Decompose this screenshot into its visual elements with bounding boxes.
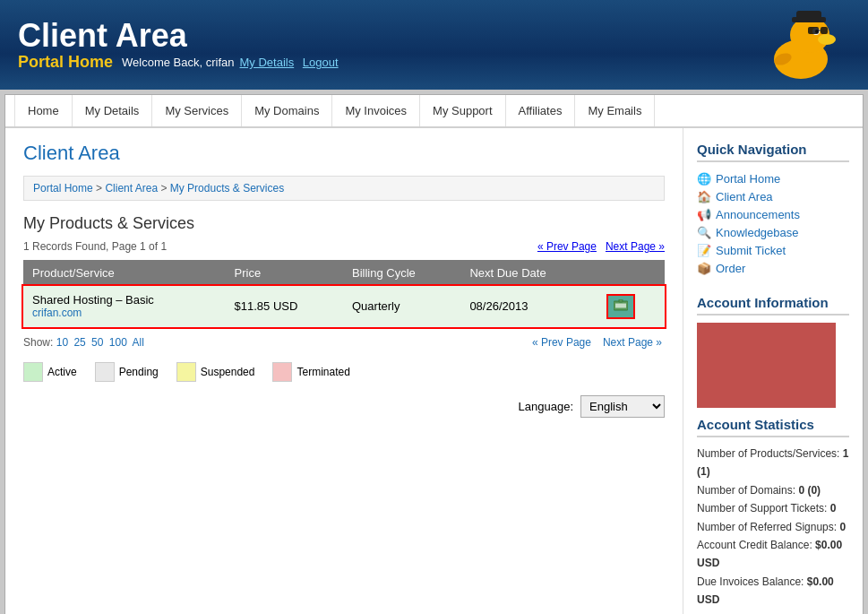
nav-my-services[interactable]: My Services [152, 95, 242, 126]
order-icon: 📦 [697, 261, 711, 275]
breadcrumb-portal-home[interactable]: Portal Home [33, 182, 93, 195]
records-info: 1 Records Found, Page 1 of 1 [23, 240, 167, 253]
logout-link[interactable]: Logout [303, 56, 339, 69]
nav-my-domains[interactable]: My Domains [242, 95, 332, 126]
language-select[interactable]: English French German Spanish [580, 395, 665, 418]
account-image [697, 323, 836, 408]
portal-home-icon: 🌐 [697, 171, 711, 186]
show-25[interactable]: 25 [73, 336, 85, 349]
show-10[interactable]: 10 [56, 336, 68, 349]
stat-invoices-value: $0.00 USD [697, 575, 834, 606]
nav-home[interactable]: Home [14, 95, 73, 126]
next-page-top[interactable]: Next Page » [606, 240, 665, 253]
sidebar-portal-home[interactable]: 🌐 Portal Home [697, 169, 849, 187]
prev-page-top[interactable]: « Prev Page [537, 240, 597, 253]
client-area-icon: 🏠 [697, 189, 711, 203]
manage-service-button[interactable] [606, 294, 635, 319]
stat-tickets: Number of Support Tickets: 0 [697, 499, 849, 517]
cell-due-date: 08/26/2013 [460, 286, 597, 327]
nav-my-invoices[interactable]: My Invoices [332, 95, 420, 126]
stat-referrals: Number of Referred Signups: 0 [697, 518, 849, 536]
header-left: Client Area Portal Home Welcome Back, cr… [18, 18, 339, 73]
col-next-due-date: Next Due Date [460, 260, 597, 286]
nav-affiliates[interactable]: Affiliates [506, 95, 576, 126]
stat-credit: Account Credit Balance: $0.00 USD [697, 536, 849, 573]
table-row: Shared Hosting – Basic crifan.com $11.85… [23, 286, 665, 327]
stat-invoices: Due Invoices Balance: $0.00 USD [697, 573, 849, 610]
stat-credit-value: $0.00 USD [697, 539, 842, 569]
sidebar-client-area-label: Client Area [716, 190, 773, 203]
nav-my-support[interactable]: My Support [420, 95, 505, 126]
header: Client Area Portal Home Welcome Back, cr… [0, 0, 868, 90]
stat-products: Number of Products/Services: 1 (1) [697, 445, 849, 481]
show-50[interactable]: 50 [91, 336, 103, 349]
legend-active-label: Active [47, 366, 77, 378]
show-bar: Show: 10 25 50 100 All « Prev Page Next … [23, 336, 665, 349]
sidebar: Quick Navigation 🌐 Portal Home 🏠 Client … [683, 128, 863, 614]
breadcrumb: Portal Home > Client Area > My Products … [23, 176, 665, 201]
sidebar-submit-ticket-label: Submit Ticket [716, 244, 786, 257]
stat-tickets-value: 0 [830, 502, 837, 515]
site-title: Client Area [18, 18, 339, 54]
services-table: Product/Service Price Billing Cycle Next… [23, 260, 665, 327]
sidebar-quick-nav: 🌐 Portal Home 🏠 Client Area 📢 Announceme… [697, 169, 849, 277]
cell-billing-cycle: Quarterly [343, 286, 460, 327]
quick-nav-title: Quick Navigation [697, 142, 849, 162]
table-header-row: Product/Service Price Billing Cycle Next… [23, 260, 665, 286]
announcements-icon: 📢 [697, 207, 711, 221]
svg-rect-8 [808, 27, 819, 34]
legend-terminated-label: Terminated [296, 366, 349, 378]
section-title: My Products & Services [23, 214, 665, 233]
service-domain-link[interactable]: crifan.com [32, 307, 217, 319]
nav-my-emails[interactable]: My Emails [575, 95, 655, 126]
legend-terminated: Terminated [272, 362, 349, 382]
show-label: Show: [23, 336, 53, 349]
svg-rect-9 [821, 27, 828, 34]
legend-suspended-box [176, 362, 196, 382]
breadcrumb-sep2: > [160, 182, 169, 195]
legend-suspended: Suspended [176, 362, 255, 382]
col-product-service: Product/Service [23, 260, 226, 286]
sidebar-knowledgebase[interactable]: 🔍 Knowledgebase [697, 223, 849, 241]
mascot-icon [761, 10, 841, 80]
my-details-link[interactable]: My Details [240, 56, 295, 69]
sidebar-order[interactable]: 📦 Order [697, 259, 849, 277]
breadcrumb-client-area[interactable]: Client Area [105, 182, 158, 195]
nav-my-details[interactable]: My Details [73, 95, 153, 126]
submit-ticket-icon: 📝 [697, 243, 711, 257]
sidebar-client-area[interactable]: 🏠 Client Area [697, 187, 849, 205]
sidebar-announcements[interactable]: 📢 Announcements [697, 205, 849, 223]
records-bar: 1 Records Found, Page 1 of 1 « Prev Page… [23, 240, 665, 253]
show-100[interactable]: 100 [109, 336, 127, 349]
legend-pending-label: Pending [119, 366, 159, 378]
svg-rect-3 [796, 11, 821, 22]
svg-rect-12 [615, 303, 626, 308]
prev-page-bottom[interactable]: « Prev Page [532, 336, 591, 349]
service-name: Shared Hosting – Basic [32, 293, 154, 307]
language-bar: Language: English French German Spanish [23, 395, 665, 418]
content-wrapper: Client Area Portal Home > Client Area > … [5, 128, 863, 614]
breadcrumb-my-products[interactable]: My Products & Services [170, 182, 284, 195]
show-all[interactable]: All [133, 336, 144, 349]
svg-point-4 [818, 34, 836, 45]
header-links: My Details Logout [235, 56, 339, 69]
sidebar-announcements-label: Announcements [716, 208, 800, 221]
col-action [597, 260, 665, 286]
legend-active-box [23, 362, 43, 382]
sidebar-submit-ticket[interactable]: 📝 Submit Ticket [697, 241, 849, 259]
cell-price: $11.85 USD [226, 286, 343, 327]
breadcrumb-sep1: > [96, 182, 105, 195]
main-content: Client Area Portal Home > Client Area > … [5, 128, 683, 614]
navbar: Home My Details My Services My Domains M… [5, 95, 863, 128]
cell-product-name: Shared Hosting – Basic crifan.com [23, 286, 226, 327]
legend-active: Active [23, 362, 77, 382]
stat-domains-value: 0 (0) [798, 484, 821, 497]
legend-suspended-label: Suspended [201, 366, 255, 378]
knowledgebase-icon: 🔍 [697, 225, 711, 239]
language-label: Language: [519, 400, 573, 413]
next-page-bottom[interactable]: Next Page » [603, 336, 662, 349]
svg-rect-15 [619, 299, 623, 302]
main-wrapper: Home My Details My Services My Domains M… [4, 94, 864, 614]
account-info-title: Account Information [697, 295, 849, 316]
account-stats-title: Account Statistics [697, 417, 849, 437]
